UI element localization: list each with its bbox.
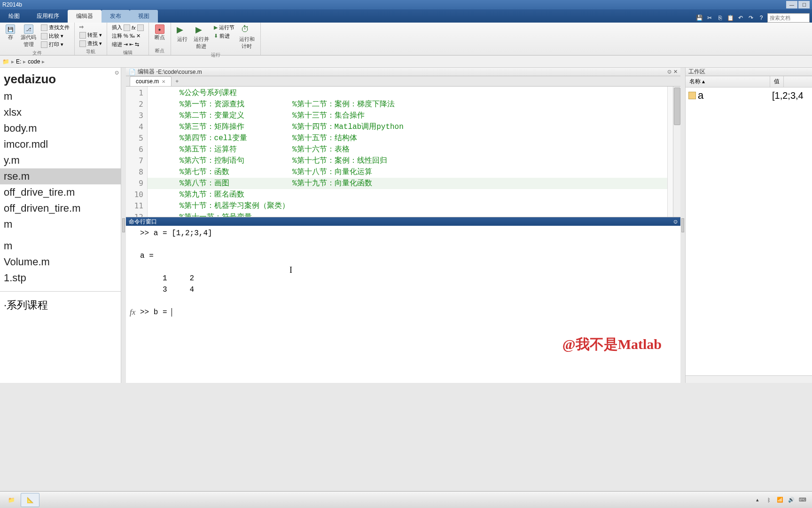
taskbar: 📁 📐 ▴ ᛒ 📶 🔊 ⌨ [0, 491, 812, 508]
group-label-nav: 导航 [78, 48, 103, 55]
var-icon [688, 92, 696, 99]
goto-button[interactable]: 转至 ▾ [78, 31, 103, 39]
tab-editor[interactable]: 编辑器 [68, 10, 102, 23]
doc-icon: 📄 [129, 69, 136, 75]
breakpoints-button[interactable]: ●断点 [153, 24, 167, 47]
file-tab[interactable]: course.m ✕ [130, 76, 172, 86]
minimize-button[interactable]: — [786, 1, 797, 8]
find-files-button[interactable]: 查找文件 [40, 24, 70, 32]
file-item[interactable]: rse.m [0, 168, 121, 184]
addr-part[interactable]: code [28, 58, 40, 65]
current-folder-panel: ⊙ yedaizuo m xlsx body.m imcor.mdl y.m r… [0, 68, 121, 383]
editor-tabs: course.m ✕ + [126, 76, 680, 87]
copy-icon[interactable]: ⎘ [716, 14, 724, 22]
file-item[interactable]: m [0, 88, 121, 104]
file-item[interactable]: xlsx [0, 104, 121, 120]
workspace-var-row[interactable]: a [1,2;3,4 [686, 87, 812, 103]
group-label-bp: 断点 [153, 47, 167, 54]
redo-icon[interactable]: ↷ [747, 14, 755, 22]
workspace-title: 工作区 [686, 68, 812, 76]
source-control-button[interactable]: ⎇源代码 管理 [19, 24, 38, 49]
undo-icon[interactable]: ↶ [736, 14, 745, 22]
save-button[interactable]: 💾存 [4, 24, 17, 49]
file-item[interactable]: m [0, 216, 121, 232]
wifi-icon[interactable]: 📶 [776, 496, 784, 504]
close-editor-icon[interactable]: ✕ [673, 69, 678, 75]
file-item[interactable]: off_drive_tire.m [0, 184, 121, 200]
save-icon[interactable]: 💾 [695, 14, 703, 22]
compare-button[interactable]: 比较 ▾ [40, 32, 70, 40]
file-item[interactable]: 1.stp [0, 270, 121, 286]
ime-icon[interactable]: ⌨ [799, 496, 806, 504]
folder-icon: 📁 [2, 58, 9, 65]
main-area: ⊙ yedaizuo m xlsx body.m imcor.mdl y.m r… [0, 68, 812, 383]
search-input[interactable] [767, 13, 810, 23]
run-button[interactable]: ▶运行 [175, 24, 190, 51]
command-window[interactable]: fx >> a = [1,2;3,4] a = 1 2 3 4 >> b = I… [126, 226, 680, 383]
maximize-button[interactable]: ☐ [798, 1, 810, 8]
find-button[interactable]: 查找 ▾ [78, 40, 103, 48]
editor-scrollbar[interactable] [673, 87, 680, 217]
tray-up-icon[interactable]: ▴ [754, 496, 761, 504]
workspace-scrollbar[interactable] [686, 375, 812, 383]
code-marker-bar [667, 87, 673, 217]
ribbon-tabs: 绘图 应用程序 编辑器 发布 视图 💾 ✂ ⎘ 📋 ↶ ↷ ? [0, 9, 812, 23]
system-tray: ▴ ᛒ 📶 🔊 ⌨ [754, 496, 810, 504]
add-tab-button[interactable]: + [172, 77, 182, 86]
app-title: R2014b [2, 1, 22, 8]
file-item[interactable]: Volume.m [0, 254, 121, 270]
run-section-button[interactable]: ▶运行节 [213, 24, 235, 32]
toolstrip: 💾存 ⎇源代码 管理 查找文件 比较 ▾ 打印 ▾ 文件 ⇨ 转至 ▾ 查找 ▾… [0, 23, 812, 56]
group-label-edit: 编辑 [111, 48, 145, 56]
minimize-panel-icon[interactable]: ⊙ [115, 70, 119, 76]
comment-button[interactable]: 注释 % ‰ ✕ [111, 32, 145, 40]
text-cursor-icon: I [289, 264, 292, 276]
goto-arrow-button[interactable]: ⇨ [78, 24, 103, 31]
addr-part[interactable]: E: [16, 58, 21, 65]
col-value[interactable]: 值 [770, 76, 784, 87]
advance-button[interactable]: ⬇前进 [213, 32, 235, 40]
file-item[interactable]: y.m [0, 152, 121, 168]
code-editor[interactable]: 123456789101112 %公众号系列课程%第一节：资源查找%第十二节：案… [126, 87, 680, 217]
file-item[interactable]: yedaizuo [0, 70, 121, 88]
file-item[interactable]: m [0, 238, 121, 254]
vertical-splitter[interactable] [680, 68, 685, 383]
insert-button[interactable]: 插入 fx [111, 24, 145, 32]
file-item[interactable]: body.m [0, 120, 121, 136]
print-button[interactable]: 打印 ▾ [40, 40, 70, 48]
vertical-splitter[interactable] [121, 68, 126, 383]
tab-apps[interactable]: 应用程序 [28, 10, 68, 23]
run-advance-button[interactable]: ▶运行并 前进 [192, 24, 211, 51]
file-item[interactable]: off_driven_tire.m [0, 200, 121, 216]
fx-icon[interactable]: fx [130, 228, 140, 381]
volume-icon[interactable]: 🔊 [788, 496, 795, 504]
group-label-run: 运行 [175, 51, 257, 58]
detail-text: ·系列课程 [0, 294, 121, 316]
workspace-panel: 工作区 名称 ▴ 值 a [1,2;3,4 [685, 68, 812, 383]
cmd-dropdown-icon[interactable]: ⊙ [673, 219, 678, 225]
tab-plot[interactable]: 绘图 [0, 10, 28, 23]
bluetooth-icon[interactable]: ᛒ [765, 496, 773, 504]
file-list: yedaizuo m xlsx body.m imcor.mdl y.m rse… [0, 68, 121, 288]
tab-publish[interactable]: 发布 [102, 10, 130, 23]
close-tab-icon[interactable]: ✕ [162, 79, 165, 84]
workspace-header: 名称 ▴ 值 [686, 76, 812, 87]
tab-view[interactable]: 视图 [130, 10, 158, 23]
address-bar[interactable]: 📁 ▸ E: ▸ code ▸ [0, 56, 812, 68]
col-name[interactable]: 名称 ▴ [686, 76, 770, 87]
taskbar-matlab-button[interactable]: 📐 [21, 493, 39, 507]
line-gutter: 123456789101112 [126, 87, 148, 217]
dropdown-icon[interactable]: ⊙ [667, 69, 671, 75]
run-time-button[interactable]: ⏱运行和 计时 [237, 24, 257, 51]
indent-button[interactable]: 缩进 ⇥ ⇤ ⇆ [111, 40, 145, 48]
help-icon[interactable]: ? [757, 14, 765, 22]
group-label-file: 文件 [4, 49, 70, 56]
paste-icon[interactable]: 📋 [726, 14, 734, 22]
command-window-title: 命令行窗口 ⊙ [126, 217, 680, 226]
taskbar-explorer-button[interactable]: 📁 [2, 493, 21, 507]
file-item[interactable]: imcor.mdl [0, 136, 121, 152]
titlebar: R2014b — ☐ [0, 0, 812, 9]
cut-icon[interactable]: ✂ [705, 14, 714, 22]
editor-title: 📄 编辑器 - E:\code\course.m ⊙ ✕ [126, 68, 680, 76]
